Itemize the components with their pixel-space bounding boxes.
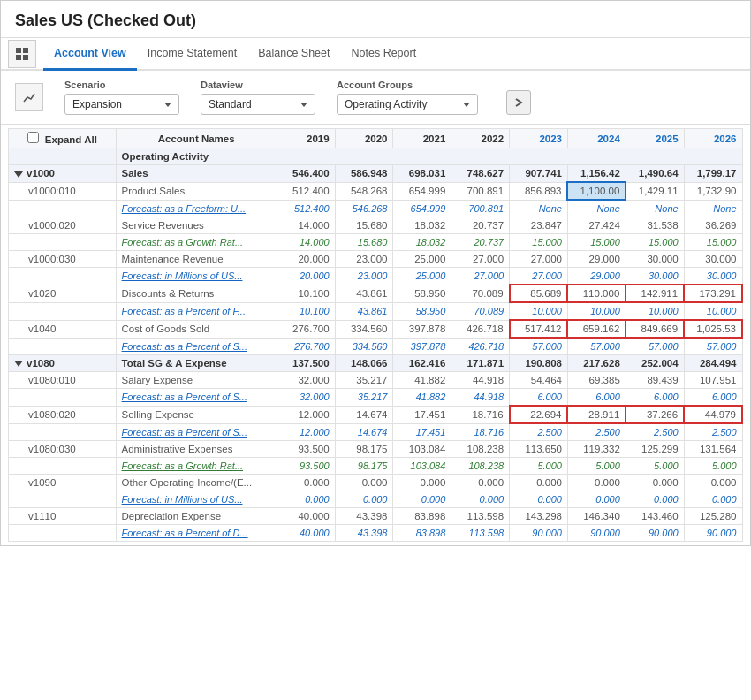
forecast-link[interactable]: Forecast: as a Percent of S... [122, 341, 247, 352]
value-cell: 0.000 [684, 475, 742, 491]
row-name-cell[interactable]: Forecast: as a Growth Rat... [116, 234, 277, 251]
account-groups-field: Account Groups Operating Activity [337, 80, 478, 115]
forecast-link[interactable]: Forecast: as a Growth Rat... [122, 460, 244, 471]
value-cell: 397.878 [393, 320, 451, 338]
svg-rect-0 [16, 48, 21, 53]
row-name-cell[interactable]: Forecast: as a Percent of D... [116, 525, 277, 542]
forecast-link[interactable]: Forecast: as a Percent of F... [122, 306, 246, 316]
grid-icon[interactable] [8, 40, 36, 68]
value-cell: 14.000 [277, 234, 335, 251]
year-2024-header[interactable]: 2024 [567, 129, 626, 148]
value-cell: 284.494 [684, 355, 742, 372]
row-name-cell[interactable]: Forecast: as a Percent of S... [116, 338, 277, 355]
value-cell: 1,429.11 [626, 182, 684, 200]
value-cell: 586.948 [335, 165, 393, 183]
forecast-link[interactable]: Forecast: in Millions of US... [122, 494, 243, 505]
value-cell: 18.716 [451, 423, 510, 441]
row-name-cell[interactable]: Forecast: as a Percent of S... [116, 389, 277, 407]
scenario-label: Scenario [64, 80, 179, 90]
value-cell: 85.689 [510, 285, 568, 302]
forecast-link[interactable]: Forecast: as a Percent of D... [122, 528, 248, 538]
value-cell: 5.000 [626, 458, 684, 475]
forecast-link[interactable]: Forecast: as a Freeform: U... [122, 203, 247, 214]
forecast-link[interactable]: Forecast: in Millions of US... [122, 270, 243, 281]
scenario-select[interactable]: Expansion [64, 94, 179, 115]
triangle-down-icon[interactable] [14, 171, 23, 178]
dataview-select[interactable]: Standard [201, 94, 315, 115]
row-id-cell [9, 200, 117, 217]
row-name-cell[interactable]: Forecast: as a Freeform: U... [116, 200, 277, 217]
row-name-cell[interactable]: Forecast: as a Percent of S... [116, 423, 277, 441]
value-cell: 40.000 [277, 525, 335, 542]
table-row: v1090Other Operating Income/(E...0.0000.… [9, 475, 743, 491]
value-cell: 27.000 [510, 251, 568, 268]
table-row: v1000:010Product Sales512.400548.268654.… [9, 182, 743, 200]
value-cell: 22.694 [510, 406, 568, 423]
row-id-label: v1000 [27, 168, 55, 179]
account-groups-select[interactable]: Operating Activity [337, 94, 478, 115]
year-2023-header[interactable]: 2023 [510, 129, 568, 148]
value-cell: 28.911 [567, 406, 626, 423]
value-cell: 334.560 [335, 320, 393, 338]
value-cell: 426.718 [451, 338, 510, 355]
value-cell: 107.951 [684, 372, 742, 389]
row-id-cell: v1080:030 [9, 441, 117, 458]
table-row: Forecast: as a Freeform: U...512.400546.… [9, 200, 743, 217]
value-cell: 58.950 [393, 285, 451, 302]
row-id-cell: v1110 [9, 508, 117, 525]
value-cell: 70.089 [451, 302, 510, 320]
value-cell: None [626, 200, 684, 217]
value-cell: 162.416 [393, 355, 451, 372]
row-name-cell[interactable]: Forecast: in Millions of US... [116, 268, 277, 285]
year-2026-header[interactable]: 2026 [684, 129, 742, 148]
tab-notes-report[interactable]: Notes Report [341, 38, 428, 71]
value-cell: 546.268 [335, 200, 393, 217]
value-cell: 14.674 [335, 406, 393, 423]
value-cell: 0.000 [626, 475, 684, 491]
value-cell: None [510, 200, 568, 217]
value-cell: 6.000 [510, 389, 568, 407]
account-names-header: Account Names [116, 129, 277, 148]
value-cell: 173.291 [684, 285, 742, 302]
expand-all-checkbox[interactable] [27, 132, 39, 143]
value-cell: 12.000 [277, 406, 335, 423]
forecast-link[interactable]: Forecast: as a Percent of S... [122, 392, 247, 402]
triangle-down-icon[interactable] [14, 361, 23, 367]
value-cell[interactable]: 1,100.00 [567, 182, 626, 200]
value-cell: 6.000 [626, 389, 684, 407]
navigate-button[interactable] [506, 90, 531, 115]
value-cell: 512.400 [277, 200, 335, 217]
value-cell: 29.000 [567, 251, 626, 268]
tab-account-view[interactable]: Account View [43, 38, 137, 71]
table-row: Forecast: as a Growth Rat...93.50098.175… [9, 458, 743, 475]
year-2025-header[interactable]: 2025 [626, 129, 684, 148]
group-label-cell: Operating Activity [116, 148, 742, 165]
row-name-cell[interactable]: Forecast: as a Percent of F... [116, 302, 277, 320]
value-cell: 58.950 [393, 302, 451, 320]
row-id-cell: v1000:010 [9, 182, 117, 200]
forecast-link[interactable]: Forecast: as a Growth Rat... [122, 237, 244, 247]
row-id-label: v1040 [14, 323, 56, 334]
value-cell: 0.000 [335, 491, 393, 508]
chart-icon[interactable] [15, 83, 43, 111]
row-name-cell[interactable]: Forecast: in Millions of US... [116, 491, 277, 508]
expand-all-header[interactable]: Expand All [9, 129, 117, 148]
value-cell: 69.385 [567, 372, 626, 389]
table-row: Forecast: as a Growth Rat...14.00015.680… [9, 234, 743, 251]
value-cell: 1,025.53 [684, 320, 742, 338]
value-cell: 0.000 [510, 491, 568, 508]
value-cell: 125.299 [626, 441, 684, 458]
tab-income-statement[interactable]: Income Statement [137, 38, 247, 71]
row-id-cell [9, 491, 117, 508]
value-cell: 0.000 [393, 491, 451, 508]
value-cell: 10.000 [684, 302, 742, 320]
value-cell: 5.000 [684, 458, 742, 475]
tab-balance-sheet[interactable]: Balance Sheet [247, 38, 340, 71]
value-cell: 2.500 [510, 423, 568, 441]
forecast-link[interactable]: Forecast: as a Percent of S... [122, 427, 247, 438]
value-cell: 659.162 [567, 320, 626, 338]
value-cell: 103.084 [393, 441, 451, 458]
row-name-cell[interactable]: Forecast: as a Growth Rat... [116, 458, 277, 475]
value-cell: 27.000 [451, 268, 510, 285]
value-cell: 10.100 [277, 302, 335, 320]
